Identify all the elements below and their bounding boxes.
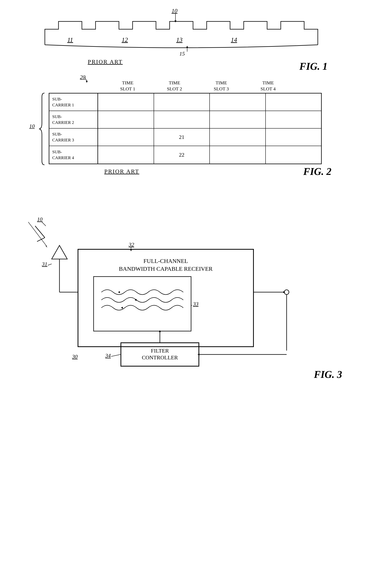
svg-text:BANDWIDTH CAPABLE RECEIVER: BANDWIDTH CAPABLE RECEIVER xyxy=(119,265,213,272)
fig2-row-label-3: SUB- CARRIER 3 xyxy=(49,128,98,146)
svg-text:11: 11 xyxy=(67,36,73,43)
fig2-row-label-4: SUB- CARRIER 4 xyxy=(49,146,98,164)
fig3-svg: 10 31 32 FULL-CHANNEL BANDWIDTH xyxy=(12,210,359,386)
fig2-cell-1-4 xyxy=(266,94,321,111)
svg-marker-17 xyxy=(52,245,67,259)
svg-text:33: 33 xyxy=(193,301,198,307)
fig2-header-slot4: TIME SLOT 4 xyxy=(245,80,292,93)
fig2-cell-3-3 xyxy=(210,128,266,146)
svg-marker-26 xyxy=(130,249,132,251)
svg-line-13 xyxy=(28,222,47,246)
fig2-cell-4-4 xyxy=(266,146,321,164)
svg-text:FIG. 3: FIG. 3 xyxy=(314,369,342,380)
svg-text:32: 32 xyxy=(129,242,134,248)
svg-marker-14 xyxy=(45,246,47,248)
fig2-header-slot2: TIME SLOT 2 xyxy=(151,80,198,93)
fig1-ref-15: 15 xyxy=(179,51,185,57)
fig2-cell-2-2 xyxy=(154,111,210,128)
fig2-row-label-1: SUB- CARRIER 1 xyxy=(49,94,98,111)
fig2-cell-2-3 xyxy=(210,111,266,128)
fig2-title: FIG. 2 xyxy=(303,166,331,177)
fig2-grid-row-1 xyxy=(98,94,321,111)
svg-marker-30 xyxy=(118,291,120,293)
svg-marker-9 xyxy=(86,81,88,83)
fig2-cell-2-4 xyxy=(266,111,321,128)
svg-line-11 xyxy=(37,238,45,242)
fig2-cell-4-2: 22 xyxy=(154,146,210,164)
fig2-cell-3-4 xyxy=(266,128,321,146)
fig2-section: 20 TIME SLOT 1 TIME SLOT 2 TIME SLOT 3 xyxy=(20,74,351,175)
fig2-cell-1-1 xyxy=(98,94,154,111)
fig2-brace-10-svg xyxy=(35,93,47,165)
fig2-arrow-20 xyxy=(49,74,58,86)
svg-line-10 xyxy=(35,226,45,238)
fig2-grid-row-4: 22 xyxy=(98,146,321,164)
fig2-grid-row-3: 21 xyxy=(98,128,321,146)
svg-text:FULL-CHANNEL: FULL-CHANNEL xyxy=(143,258,188,264)
svg-line-16 xyxy=(42,222,46,226)
fig2-ref-10-label: 10 xyxy=(29,123,35,129)
fig2-header-slot1: TIME SLOT 1 xyxy=(104,80,151,93)
fig1-title: FIG. 1 xyxy=(299,61,328,72)
fig2-cell-2-1 xyxy=(98,111,154,128)
svg-text:FILTER: FILTER xyxy=(151,348,169,354)
fig3-section: 10 31 32 FULL-CHANNEL BANDWIDTH xyxy=(12,210,359,386)
svg-text:34: 34 xyxy=(105,353,111,358)
svg-text:13: 13 xyxy=(176,36,183,43)
fig2-cell-1-2 xyxy=(154,94,210,111)
fig1-prior-art: PRIOR ART xyxy=(88,58,123,65)
svg-text:14: 14 xyxy=(231,36,237,43)
fig2-grid-row-2 xyxy=(98,111,321,128)
fig1-svg: 11 12 13 14 xyxy=(39,6,331,60)
page-container: 10 11 12 xyxy=(0,0,372,588)
svg-marker-32 xyxy=(121,307,123,309)
fig2-cell-4-1 xyxy=(98,146,154,164)
fig2-prior-art: PRIOR ART xyxy=(104,168,139,175)
svg-text:31: 31 xyxy=(42,261,47,267)
svg-line-44 xyxy=(111,355,120,357)
fig2-cell-4-3 xyxy=(210,146,266,164)
fig2-header-slot3: TIME SLOT 3 xyxy=(198,80,245,93)
svg-text:12: 12 xyxy=(122,36,128,43)
svg-text:CONTROLLER: CONTROLLER xyxy=(142,355,178,360)
svg-text:10: 10 xyxy=(37,216,43,222)
fig2-cell-3-2: 21 xyxy=(154,128,210,146)
svg-marker-3 xyxy=(186,46,188,48)
svg-text:30: 30 xyxy=(72,354,77,359)
fig2-cell-1-3 xyxy=(210,94,266,111)
fig2-row-label-2: SUB- CARRIER 2 xyxy=(49,111,98,128)
svg-line-20 xyxy=(48,264,52,265)
fig1-section: 10 11 12 xyxy=(20,6,351,72)
fig2-cell-3-1 xyxy=(98,128,154,146)
svg-rect-29 xyxy=(94,277,191,331)
